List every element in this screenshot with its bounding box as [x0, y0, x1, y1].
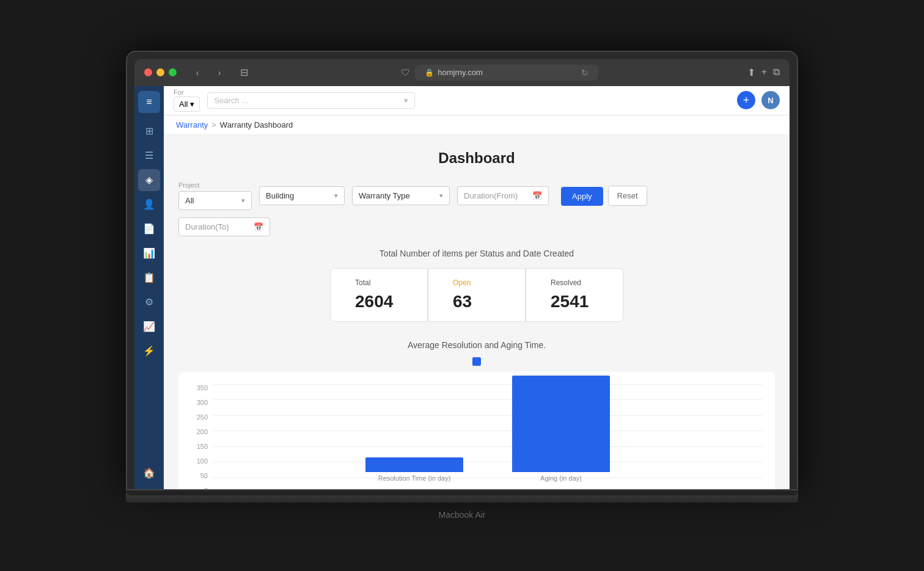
sidebar-item-analytics[interactable]: 📈	[138, 316, 160, 338]
sidebar-toggle-button[interactable]: ⊟	[235, 64, 252, 81]
sidebar-item-list[interactable]: ☰	[138, 145, 160, 167]
open-label: Open	[453, 278, 471, 287]
add-button[interactable]: +	[737, 91, 755, 109]
bar-group-resolution: Resolution Time (in day)	[365, 457, 463, 482]
header-right: + N	[737, 91, 780, 109]
bar-label-resolution: Resolution Time (in day)	[378, 475, 451, 482]
duration-from-filter-group: Duration(From) 📅	[457, 186, 549, 205]
laptop-base: Macbook Air	[126, 490, 798, 503]
sidebar-item-home[interactable]: 🏠	[138, 462, 160, 484]
duration-from-placeholder: Duration(From)	[464, 191, 518, 200]
for-filter-group: For All ▾	[174, 89, 200, 112]
sidebar-item-user[interactable]: 👤	[138, 194, 160, 216]
share-icon[interactable]: ⬆	[747, 67, 755, 78]
sidebar-item-warranty[interactable]: ◈	[138, 169, 160, 191]
duration-to-input[interactable]: Duration(To) 📅	[178, 217, 270, 236]
minimize-button[interactable]	[156, 68, 164, 76]
apply-button[interactable]: Apply	[561, 187, 603, 206]
stat-card-open: Open 63	[428, 268, 526, 322]
calendar-icon: 📅	[532, 191, 542, 200]
filter-actions: Apply Reset	[561, 186, 647, 206]
back-button[interactable]: ‹	[189, 64, 206, 81]
breadcrumb-parent[interactable]: Warranty	[176, 120, 208, 129]
y-label-0: 0	[204, 487, 208, 489]
url-text: homjrny.com	[438, 68, 482, 77]
sidebar-item-reports[interactable]: 📊	[138, 242, 160, 264]
new-tab-icon[interactable]: +	[761, 67, 767, 78]
all-filter-value: All	[179, 100, 188, 109]
page-title: Dashboard	[178, 150, 775, 167]
y-label-350: 350	[197, 384, 208, 391]
sidebar-item-dashboard[interactable]: ⊞	[138, 120, 160, 142]
forward-button[interactable]: ›	[211, 64, 228, 81]
browser-navigation: ‹ ›	[189, 64, 228, 81]
maximize-button[interactable]	[169, 68, 177, 76]
sidebar-item-documents[interactable]: 📄	[138, 218, 160, 240]
stat-card-resolved: Resolved 2541	[526, 268, 623, 322]
stat-card-total: Total 2604	[330, 268, 428, 322]
chevron-down-icon: ▾	[241, 197, 245, 205]
project-value: All	[185, 196, 194, 205]
project-filter-group: Project All ▾	[178, 181, 252, 210]
url-bar[interactable]: 🔒 homjrny.com ↻	[415, 65, 598, 81]
sidebar: ≡ ⊞ ☰ ◈ 👤 📄 📊 📋 ⚙ 📈 ⚡ 🏠	[134, 86, 164, 489]
legend-item	[472, 357, 481, 366]
warranty-type-filter-group: Warranty Type ▾	[352, 186, 450, 205]
avatar-button[interactable]: N	[761, 91, 780, 109]
duration-from-input[interactable]: Duration(From) 📅	[457, 186, 549, 205]
y-label-200: 200	[197, 428, 208, 435]
chevron-down-icon: ▾	[404, 96, 408, 105]
laptop-bottom	[126, 490, 798, 495]
duration-to-placeholder: Duration(To)	[185, 222, 229, 231]
building-value: Building	[266, 191, 294, 200]
main-wrapper: For All ▾ Search ... ▾ +	[164, 86, 790, 489]
all-filter-select[interactable]: All ▾	[174, 96, 200, 112]
sidebar-logo[interactable]: ≡	[138, 91, 160, 113]
y-axis: 350 300 250 200 150 100 50 0	[191, 384, 213, 489]
plus-icon: +	[743, 94, 750, 107]
breadcrumb-separator: >	[211, 120, 216, 129]
bar-label-aging: Aging (in day)	[540, 475, 582, 482]
for-label: For	[174, 89, 200, 96]
total-value: 2604	[355, 292, 393, 311]
close-button[interactable]	[144, 68, 152, 76]
reset-button[interactable]: Reset	[608, 186, 647, 206]
y-label-250: 250	[197, 413, 208, 421]
filters-row-2: Duration(To) 📅	[178, 217, 775, 236]
chart-title: Average Resolution and Aging Time.	[178, 340, 775, 350]
stats-section: Total Number of items per Status and Dat…	[178, 249, 775, 322]
warranty-type-value: Warranty Type	[359, 191, 410, 200]
sidebar-item-integrations[interactable]: ⚡	[138, 340, 160, 362]
stats-title: Total Number of items per Status and Dat…	[178, 249, 775, 258]
laptop-label: Macbook Air	[438, 510, 485, 520]
open-value: 63	[453, 292, 472, 311]
sidebar-item-settings[interactable]: ⚙	[138, 291, 160, 313]
windows-icon[interactable]: ⧉	[773, 67, 780, 78]
traffic-lights	[144, 68, 177, 76]
bar-aging	[512, 376, 610, 472]
y-label-150: 150	[197, 443, 208, 450]
stats-cards: Total 2604 Open 63 Resolved 2541	[178, 268, 775, 322]
chart-section: Average Resolution and Aging Time.	[178, 340, 775, 489]
warranty-type-select[interactable]: Warranty Type ▾	[352, 186, 450, 205]
total-label: Total	[355, 278, 370, 287]
search-bar[interactable]: Search ... ▾	[207, 92, 415, 109]
chart-inner: 350 300 250 200 150 100 50 0	[191, 384, 763, 489]
chart-container: 350 300 250 200 150 100 50 0	[178, 372, 775, 489]
shield-icon: 🛡	[401, 67, 410, 78]
sidebar-item-tasks[interactable]: 📋	[138, 267, 160, 289]
breadcrumb-current: Warranty Dashboard	[220, 120, 293, 129]
building-filter-group: Building ▾	[259, 186, 345, 205]
project-label: Project	[178, 181, 252, 189]
project-select[interactable]: All ▾	[178, 191, 252, 210]
reload-icon[interactable]: ↻	[581, 68, 588, 78]
browser-actions: ⬆ + ⧉	[747, 67, 780, 78]
header-bar: For All ▾ Search ... ▾ +	[164, 86, 790, 115]
resolved-value: 2541	[551, 292, 588, 311]
y-label-100: 100	[197, 457, 208, 465]
building-select[interactable]: Building ▾	[259, 186, 345, 205]
main-content: Dashboard Project All ▾	[164, 135, 790, 489]
calendar-icon: 📅	[254, 222, 263, 231]
y-label-300: 300	[197, 399, 208, 406]
breadcrumb: Warranty > Warranty Dashboard	[164, 115, 790, 135]
